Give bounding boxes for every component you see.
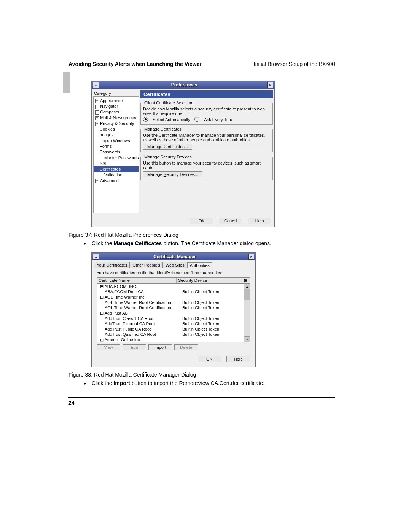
manage-certificates-button[interactable]: Manage Certificates... (143, 144, 192, 150)
category-label: Category (93, 90, 139, 97)
manage-certificates-group: Manage Certificates Use the Certificate … (140, 127, 273, 152)
text: Click the (92, 380, 114, 386)
security-device-cell: Builtin Object Token (181, 289, 244, 294)
table-row[interactable]: ABA.ECOM Root CABuiltin Object Token (97, 289, 244, 294)
cert-name-cell: AOL Time Warner Root Certification ... (97, 300, 181, 305)
header-right: Initial Browser Setup of the BX600 (254, 61, 335, 67)
window-menu-icon[interactable]: ⌄ (93, 254, 99, 260)
tree-item[interactable]: Composer (100, 110, 119, 114)
help-button[interactable]: Help (248, 218, 271, 224)
view-button[interactable]: View (97, 344, 120, 350)
table-row[interactable]: ⊟ ABA.ECOM, INC. (97, 284, 244, 289)
table-row[interactable]: AOL Time Warner Root Certification ...Bu… (97, 305, 244, 310)
import-button[interactable]: Import (148, 344, 172, 350)
security-device-cell: Builtin Object Token (181, 316, 244, 321)
col-security-device[interactable]: Security Device (177, 278, 241, 283)
plus-icon[interactable]: + (95, 179, 99, 183)
help-button[interactable]: Help (226, 356, 250, 362)
radio-label: Select Automatically (153, 117, 190, 122)
cm-titlebar: ⌄ Certificate Manager × (92, 253, 255, 260)
cm-tabs: Your Certificates Other People's Web Sit… (94, 262, 253, 268)
table-row[interactable]: AddTrust Qualified CA RootBuiltin Object… (97, 332, 244, 337)
security-device-cell: Builtin Object Token (181, 326, 244, 332)
close-icon[interactable]: × (267, 82, 273, 88)
security-device-cell (176, 310, 244, 316)
header-left: Avoiding Security Alerts when Launching … (68, 61, 202, 67)
ok-button[interactable]: OK (190, 218, 213, 224)
tree-item[interactable]: Master Passwords (94, 155, 139, 161)
window-menu-icon[interactable]: ⌄ (93, 82, 99, 88)
group-text: Use the Certificate Manager to manage yo… (143, 133, 270, 142)
ok-button[interactable]: OK (198, 356, 221, 362)
plus-icon[interactable]: + (95, 99, 99, 103)
tree-item[interactable]: Popup Windows (94, 138, 139, 144)
group-text: Use this button to manage your security … (143, 161, 270, 170)
col-menu-icon[interactable]: ⊞ (241, 278, 250, 283)
tab-your-certificates[interactable]: Your Certificates (94, 262, 130, 268)
col-certificate-name[interactable]: Certificate Name (97, 278, 177, 283)
footer-rule (68, 397, 335, 398)
radio-label: Ask Every Time (204, 117, 233, 122)
minus-icon[interactable]: − (95, 122, 99, 126)
scrollbar[interactable]: ▴ ▾ (244, 284, 250, 342)
table-row[interactable]: ⊟ AddTrust AB (97, 310, 244, 316)
tab-other-peoples[interactable]: Other People's (130, 262, 162, 268)
bullet-icon: ▸ (84, 240, 86, 246)
scroll-thumb[interactable] (244, 289, 250, 300)
scroll-up-icon[interactable]: ▴ (244, 284, 250, 289)
bullet-icon: ▸ (84, 380, 86, 386)
category-tree[interactable]: +Appearance +Navigator +Composer +Mail &… (93, 97, 139, 213)
table-row[interactable]: AddTrust Public CA RootBuiltin Object To… (97, 326, 244, 332)
tree-item[interactable]: Forms (94, 144, 139, 149)
prefs-title: Preferences (101, 82, 267, 88)
tree-item[interactable]: Cookies (94, 126, 139, 132)
plus-icon[interactable]: + (95, 105, 99, 109)
bold-text: Manage Cetificates (113, 240, 162, 246)
tree-item[interactable]: SSL (94, 161, 139, 166)
bold-text: Import (113, 380, 130, 386)
tree-item[interactable]: Navigator (100, 104, 118, 109)
text: button. The Certificate Manager dialog o… (162, 240, 271, 246)
radio-ask-every-time[interactable] (194, 117, 199, 122)
tree-item-selected[interactable]: Certificates (94, 166, 139, 172)
close-icon[interactable]: × (248, 254, 254, 260)
edit-button[interactable]: Edit (123, 344, 146, 350)
figure-caption-38: Figure 38: Red Hat Mozilla Certificate M… (68, 372, 335, 378)
text: button to import the RemoteView CA.Cert.… (130, 380, 264, 386)
cert-name-cell: ⊟ AddTrust AB (97, 310, 176, 316)
delete-button[interactable]: Delete (174, 344, 198, 350)
security-device-cell: Builtin Object Token (181, 305, 244, 310)
certificate-manager-dialog: ⌄ Certificate Manager × Your Certificate… (91, 252, 256, 367)
tree-item[interactable]: Privacy & Security (100, 121, 134, 126)
legend: Client Certificate Selection (143, 101, 194, 105)
cm-table-header: Certificate Name Security Device ⊞ (97, 277, 250, 284)
legend: Manage Security Devices (143, 155, 193, 159)
tab-web-sites[interactable]: Web Sites (163, 262, 187, 268)
plus-icon[interactable]: + (95, 110, 99, 115)
radio-select-auto[interactable] (143, 117, 148, 122)
tree-item[interactable]: Validation (94, 172, 139, 178)
manage-security-devices-group: Manage Security Devices Use this button … (140, 155, 273, 180)
cert-name-cell: AddTrust Class 1 CA Root (97, 316, 181, 321)
tree-item[interactable]: Images (94, 132, 139, 138)
table-row[interactable]: ⊟ AOL Time Warner Inc. (97, 294, 244, 300)
tree-item[interactable]: Passwords (94, 149, 139, 155)
cert-name-cell: AddTrust Qualified CA Root (97, 332, 181, 337)
table-row[interactable]: AddTrust Class 1 CA RootBuiltin Object T… (97, 316, 244, 321)
cert-name-cell: ⊟ AOL Time Warner Inc. (97, 294, 176, 300)
table-row[interactable]: AOL Time Warner Root Certification ...Bu… (97, 300, 244, 305)
cm-table-body[interactable]: ⊟ ABA.ECOM, INC.ABA.ECOM Root CABuiltin … (97, 284, 244, 342)
tab-authorities[interactable]: Authorities (187, 262, 212, 268)
cert-name-cell: ABA.ECOM Root CA (97, 289, 181, 294)
tree-item[interactable]: Appearance (100, 98, 123, 103)
legend: Manage Certificates (143, 127, 183, 131)
cancel-button[interactable]: Cancel (219, 218, 242, 224)
table-row[interactable]: ⊟ America Online Inc. (97, 337, 244, 342)
table-row[interactable]: AddTrust External CA RootBuiltin Object … (97, 321, 244, 326)
text: Click the (92, 240, 114, 246)
manage-security-devices-button[interactable]: Manage Security Devices... (143, 171, 202, 177)
tree-item[interactable]: Mail & Newsgroups (100, 115, 136, 120)
tree-item[interactable]: Advanced (100, 178, 119, 183)
scroll-down-icon[interactable]: ▾ (244, 336, 250, 342)
plus-icon[interactable]: + (95, 116, 99, 120)
